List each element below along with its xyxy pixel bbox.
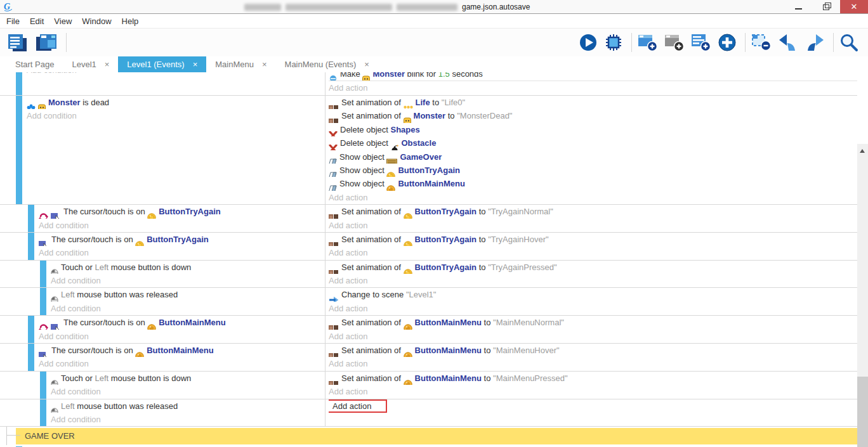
event-selection-bar[interactable] bbox=[40, 372, 46, 399]
add-action-placeholder[interactable]: Add action bbox=[329, 357, 857, 370]
condition-line[interactable]: Left mouse button was released bbox=[0, 288, 325, 301]
coin-icon bbox=[135, 241, 144, 246]
condition-line[interactable]: Monster is dead bbox=[0, 96, 325, 109]
menu-item-view[interactable]: View bbox=[49, 16, 77, 26]
add-external-events-button[interactable] bbox=[689, 32, 716, 53]
add-action-placeholder[interactable]: Add action bbox=[329, 246, 857, 259]
add-condition-placeholder[interactable]: Add condition bbox=[0, 357, 325, 370]
action-line[interactable]: Set animation of ButtonTryAgain to "TryA… bbox=[329, 233, 857, 246]
add-condition-placeholder[interactable]: Add condition bbox=[0, 246, 325, 259]
event-selection-bar[interactable] bbox=[16, 72, 22, 95]
monster-icon bbox=[38, 104, 46, 109]
minimize-button[interactable] bbox=[784, 0, 812, 13]
add-action-placeholder[interactable]: Add action bbox=[329, 219, 857, 232]
add-action-placeholder[interactable]: Add action bbox=[329, 302, 857, 315]
menu-item-edit[interactable]: Edit bbox=[25, 16, 49, 26]
undo-button[interactable] bbox=[776, 32, 803, 53]
tab-close-icon[interactable]: × bbox=[193, 60, 198, 69]
event-selection-bar[interactable] bbox=[40, 288, 46, 315]
add-condition-placeholder[interactable]: Add condition bbox=[0, 109, 325, 122]
vertical-scrollbar[interactable] bbox=[857, 144, 868, 447]
event-selection-bar[interactable] bbox=[16, 96, 22, 204]
condition-line[interactable]: The cursor/touch is on ButtonMainMenu bbox=[0, 316, 325, 329]
debug-button[interactable] bbox=[602, 32, 628, 53]
tab-close-icon[interactable]: × bbox=[105, 60, 110, 69]
tab-close-icon[interactable]: × bbox=[364, 60, 369, 69]
tab-mainmenu[interactable]: MainMenu× bbox=[206, 56, 275, 72]
action-line[interactable]: Show object ButtonTryAgain bbox=[329, 164, 857, 177]
condition-line[interactable]: The cursor/touch is on ButtonTryAgain bbox=[0, 233, 325, 246]
play-button[interactable] bbox=[577, 32, 602, 53]
event-selection-bar[interactable] bbox=[28, 316, 34, 343]
add-object-icon bbox=[718, 33, 737, 52]
event-selection-bar[interactable] bbox=[40, 261, 46, 288]
action-line[interactable]: Change to scene "Level1" bbox=[329, 288, 857, 301]
project-manager-button[interactable] bbox=[5, 32, 33, 54]
animation-icon bbox=[329, 213, 339, 218]
menu-item-file[interactable]: File bbox=[1, 16, 25, 26]
event-row: Left mouse button was releasedAdd condit… bbox=[0, 288, 857, 316]
add-condition-placeholder[interactable]: Add condition bbox=[0, 413, 325, 426]
add-action-placeholder[interactable]: Add action bbox=[329, 385, 857, 398]
tab-level1-events[interactable]: Level1 (Events)× bbox=[118, 56, 206, 72]
condition-line[interactable]: The cursor/touch is on ButtonTryAgain bbox=[0, 205, 325, 218]
tab-level1[interactable]: Level1× bbox=[63, 56, 118, 72]
action-line[interactable]: Set animation of ButtonMainMenu to "Main… bbox=[329, 316, 857, 329]
add-condition-placeholder[interactable]: Add condition bbox=[0, 330, 325, 343]
comment-row[interactable]: GAME OVER bbox=[16, 428, 857, 444]
action-line[interactable]: Set animation of ButtonMainMenu to "Main… bbox=[329, 372, 857, 385]
action-line[interactable]: Set animation of ButtonTryAgain to "TryA… bbox=[329, 261, 857, 274]
action-line[interactable]: Show object GameOver bbox=[329, 150, 857, 164]
scrollbar-thumb[interactable] bbox=[857, 377, 868, 447]
event-selection-bar[interactable] bbox=[28, 344, 34, 371]
action-line[interactable]: Set animation of ButtonMainMenu to "Main… bbox=[329, 344, 857, 357]
add-condition-placeholder[interactable]: Add condition bbox=[0, 385, 325, 398]
action-line[interactable]: Set animation of ButtonTryAgain to "TryA… bbox=[329, 205, 857, 218]
text-segment: to bbox=[445, 111, 457, 120]
add-scene-button[interactable] bbox=[636, 32, 662, 53]
add-condition-placeholder[interactable]: Add condition bbox=[0, 219, 325, 232]
action-line[interactable]: Show object ButtonMainMenu bbox=[329, 177, 857, 190]
scroll-up-arrow-icon[interactable] bbox=[860, 149, 865, 153]
start-page-button[interactable] bbox=[33, 32, 62, 54]
add-action-placeholder[interactable]: Add action bbox=[329, 81, 857, 94]
action-line[interactable]: Delete object Obstacle bbox=[329, 136, 857, 150]
add-condition-placeholder[interactable]: Add condition bbox=[0, 302, 325, 315]
restore-button[interactable] bbox=[812, 0, 840, 13]
tab-start-page[interactable]: Start Page bbox=[6, 56, 63, 72]
condition-line[interactable]: The cursor/touch is on ButtonMainMenu bbox=[0, 344, 325, 357]
event-selection-bar[interactable] bbox=[40, 399, 46, 427]
action-line[interactable]: Make Monster blink for 1.5 seconds bbox=[329, 72, 857, 81]
toolbar-separator bbox=[745, 33, 746, 52]
redo-button[interactable] bbox=[803, 32, 829, 53]
tab-close-icon[interactable]: × bbox=[262, 60, 267, 69]
add-object-button[interactable] bbox=[716, 32, 741, 53]
conditions-column: Left mouse button was releasedAdd condit… bbox=[0, 399, 325, 427]
add-action-placeholder[interactable]: Add action bbox=[329, 191, 857, 204]
close-button[interactable]: ✕ bbox=[840, 0, 868, 13]
add-action-placeholder[interactable]: Add action bbox=[329, 274, 857, 287]
event-selection-bar[interactable] bbox=[28, 233, 34, 260]
action-line[interactable]: Delete object Shapes bbox=[329, 123, 857, 136]
add-condition-placeholder[interactable]: Add condition bbox=[0, 274, 325, 287]
condition-line[interactable]: Touch or Left mouse button is down bbox=[0, 261, 325, 274]
add-external-layout-button[interactable] bbox=[662, 32, 689, 53]
add-action-highlighted[interactable]: Add action bbox=[329, 399, 387, 413]
remove-button[interactable] bbox=[749, 32, 776, 53]
action-line[interactable]: Set animation of Life to "Life0" bbox=[329, 96, 857, 109]
tab-label: Start Page bbox=[15, 60, 54, 69]
menu-item-help[interactable]: Help bbox=[117, 16, 144, 26]
search-button[interactable] bbox=[838, 32, 863, 53]
tab-mainmenu-events[interactable]: MainMenu (Events)× bbox=[276, 56, 378, 72]
title-bar: G game.json.autosave ✕ bbox=[0, 0, 868, 14]
conditions-column: Monster is deadAdd condition bbox=[0, 96, 325, 204]
action-line[interactable]: Set animation of Monster to "MonsterDead… bbox=[329, 109, 857, 122]
actions-column: Set animation of ButtonMainMenu to "Main… bbox=[325, 372, 857, 399]
add-condition-placeholder[interactable]: Add condition bbox=[0, 72, 325, 77]
menu-item-window[interactable]: Window bbox=[77, 16, 116, 26]
add-action-placeholder[interactable]: Add action bbox=[329, 330, 857, 343]
parameter-value: "Level1" bbox=[406, 290, 437, 299]
event-selection-bar[interactable] bbox=[28, 205, 34, 232]
condition-line[interactable]: Left mouse button was released bbox=[0, 399, 325, 413]
condition-line[interactable]: Touch or Left mouse button is down bbox=[0, 372, 325, 385]
